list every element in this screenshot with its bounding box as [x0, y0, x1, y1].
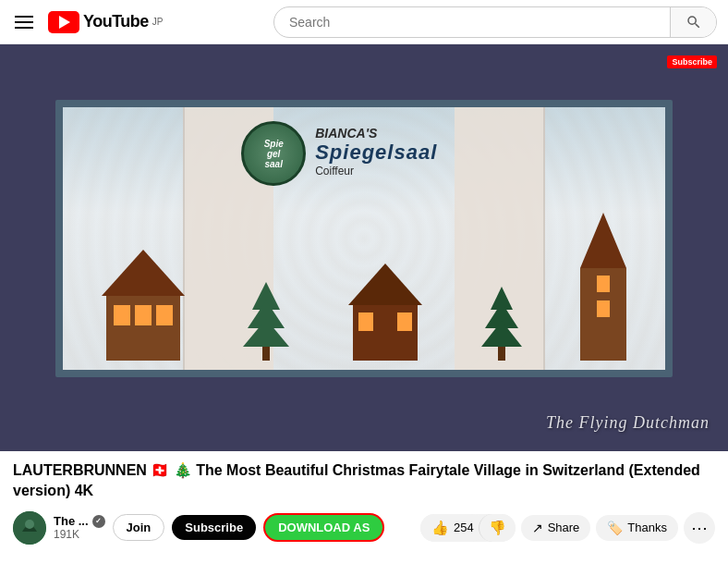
thanks-button[interactable]: 🏷️ Thanks — [596, 515, 678, 541]
thanks-label: Thanks — [627, 521, 667, 534]
sign-text: BIANCA'S Spiegelsaal Coiffeur — [315, 126, 437, 178]
share-label: Share — [548, 521, 580, 534]
sign-circle: Spiegelsaal — [241, 121, 306, 186]
channel-info: The ... ✓ 191K — [54, 514, 105, 541]
search-button[interactable] — [670, 7, 716, 37]
join-button[interactable]: Join — [113, 514, 165, 541]
more-icon: ⋯ — [691, 518, 708, 538]
search-icon — [686, 14, 702, 31]
window-interior: Spiegelsaal BIANCA'S Spiegelsaal Coiffeu… — [63, 107, 665, 370]
share-button[interactable]: ↗ Share — [521, 515, 591, 541]
video-info: LAUTERBRUNNEN 🇨🇭 🎄 The Most Beautiful Ch… — [0, 451, 728, 550]
subscribe-badge: Subscribe — [667, 55, 717, 68]
like-count: 254 — [454, 521, 474, 534]
avatar-image — [13, 511, 46, 545]
header: YouTube JP — [0, 0, 728, 44]
house-2 — [348, 263, 422, 361]
channel-row: The ... ✓ 191K Join Subscribe DOWNLOAD A… — [13, 511, 715, 545]
spiegelsaal-text: Spiegelsaal — [315, 141, 437, 165]
svg-point-1 — [25, 520, 34, 529]
search-bar — [273, 6, 717, 38]
youtube-wordmark: YouTube — [83, 12, 149, 31]
actions-right: 👍 254 👎 ↗ Share 🏷️ Thanks ⋯ — [420, 512, 715, 544]
channel-subscribers: 191K — [54, 528, 105, 541]
download-button[interactable]: DOWNLOAD AS — [263, 513, 384, 542]
watermark: The Flying Dutchman — [546, 413, 710, 433]
tree-1 — [243, 282, 289, 361]
biancas-text: BIANCA'S — [315, 126, 437, 141]
shop-window: Spiegelsaal BIANCA'S Spiegelsaal Coiffeu… — [55, 100, 673, 377]
search-input[interactable] — [274, 15, 670, 30]
share-icon: ↗ — [532, 521, 543, 535]
coiffeur-text: Coiffeur — [315, 165, 437, 178]
youtube-region: JP — [152, 17, 164, 27]
channel-name: The ... — [54, 514, 89, 528]
verified-icon: ✓ — [92, 515, 105, 528]
video-thumbnail: Spiegelsaal BIANCA'S Spiegelsaal Coiffeu… — [0, 44, 728, 451]
video-title: LAUTERBRUNNEN 🇨🇭 🎄 The Most Beautiful Ch… — [13, 460, 715, 502]
sign-container: Spiegelsaal BIANCA'S Spiegelsaal Coiffeu… — [241, 121, 306, 186]
like-dislike-group: 👍 254 👎 — [420, 514, 516, 542]
house-1 — [102, 250, 185, 361]
channel-name-row: The ... ✓ — [54, 514, 105, 528]
thumbs-up-icon: 👍 — [431, 520, 449, 536]
channel-avatar[interactable] — [13, 511, 46, 545]
house-3 — [580, 213, 626, 361]
video-player[interactable]: Spiegelsaal BIANCA'S Spiegelsaal Coiffeu… — [0, 44, 728, 451]
thanks-icon: 🏷️ — [607, 521, 623, 535]
youtube-icon — [48, 11, 79, 33]
dislike-button[interactable]: 👎 — [479, 514, 516, 542]
hamburger-menu[interactable] — [11, 12, 37, 32]
tree-2 — [481, 287, 522, 361]
more-options-button[interactable]: ⋯ — [684, 512, 715, 544]
youtube-logo[interactable]: YouTube JP — [48, 11, 164, 33]
like-button[interactable]: 👍 254 — [420, 514, 485, 542]
houses-row — [63, 213, 665, 361]
thumbs-down-icon: 👎 — [489, 520, 506, 536]
subscribe-button[interactable]: Subscribe — [172, 515, 256, 540]
